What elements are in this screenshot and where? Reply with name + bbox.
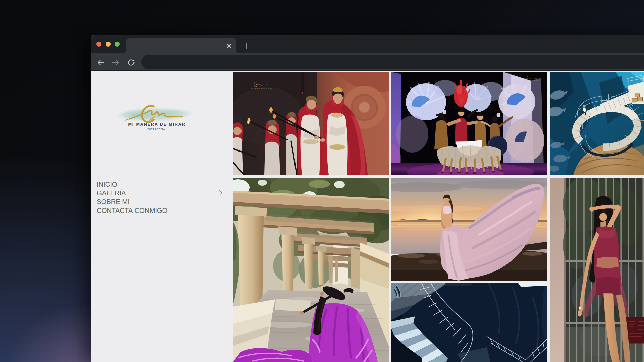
svg-text:MI MANERA DE MIRAR: MI MANERA DE MIRAR (128, 122, 185, 127)
svg-text:MI MANERA DE MIRAR: MI MANERA DE MIRAR (524, 80, 538, 82)
svg-text:FOTOGRAFÍA: FOTOGRAFÍA (148, 128, 165, 130)
svg-text:MI MANERA DE MIRAR: MI MANERA DE MIRAR (251, 87, 273, 89)
svg-text:FOTOGRAFIA: FOTOGRAFIA (258, 90, 266, 91)
